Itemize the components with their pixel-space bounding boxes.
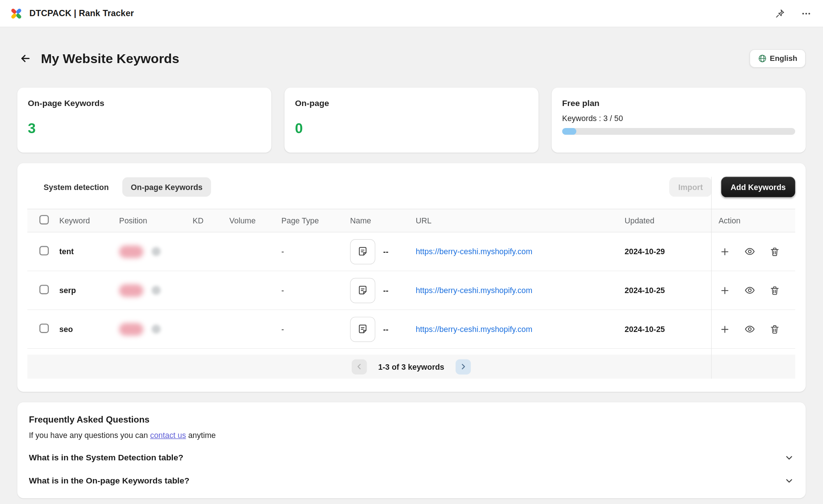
page-title: My Website Keywords [41,51,180,66]
view-icon[interactable] [743,245,757,258]
back-button[interactable] [17,50,33,66]
page-note-icon[interactable] [350,278,376,303]
language-button[interactable]: English [749,49,806,67]
table-row: tent - -- [27,232,795,271]
plan-title: Free plan [562,99,795,108]
position-cell [119,323,193,335]
delete-icon[interactable] [768,323,781,335]
stats-row: On-page Keywords 3 On-page 0 Free plan K… [17,88,806,153]
plan-usage-label: Keywords : 3 / 50 [562,114,795,123]
table-header-row: Keyword Position KD Volume Page Type Nam… [27,209,795,232]
position-trend-blurred [152,247,160,256]
keyword-url-link[interactable]: https://berry-ceshi.myshopify.com [416,325,532,333]
faq-question-label: What is in the System Detection table? [29,453,184,463]
app-title: DTCPACK | Rank Tracker [29,8,134,18]
table-toolbar: System detection On-page Keywords Import… [17,163,806,209]
pin-icon[interactable] [773,6,787,21]
col-page-type: Page Type [281,216,350,225]
faq-subtitle-prefix: If you have any questions you can [29,431,150,439]
add-icon[interactable] [718,284,731,296]
app-logo-icon [10,7,23,20]
prev-page-button[interactable] [351,359,366,374]
page-note-icon[interactable] [350,317,376,342]
select-all-checkbox[interactable] [39,215,49,224]
page-header: My Website Keywords English [17,46,806,70]
position-badge-blurred [119,323,144,335]
name-value: -- [383,247,388,256]
keywords-table: Keyword Position KD Volume Page Type Nam… [27,209,795,349]
page-type-cell: - [281,286,350,295]
chevron-down-icon [784,476,794,486]
fixed-column-divider [711,177,711,379]
faq-subtitle-suffix: anytime [186,431,216,439]
faq-subtitle: If you have any questions you can contac… [29,431,794,439]
table-row: serp - -- [27,271,795,310]
col-keyword: Keyword [59,216,119,225]
view-icon[interactable] [743,284,757,297]
updated-cell: 2024-10-29 [625,247,711,256]
faq-question-system-detection[interactable]: What is in the System Detection table? [29,453,794,463]
faq-panel: Frequently Asked Questions If you have a… [17,402,806,498]
position-trend-blurred [152,286,160,295]
col-url: URL [416,216,624,225]
page-content: My Website Keywords English On-page Keyw… [0,46,823,498]
col-name: Name [350,216,416,225]
add-icon[interactable] [718,245,731,258]
stat-label: On-page [295,99,528,108]
col-volume: Volume [229,216,282,225]
add-keywords-button[interactable]: Add Keywords [721,177,795,197]
app-viewport: DTCPACK | Rank Tracker My [0,0,823,504]
updated-cell: 2024-10-25 [625,325,711,333]
topbar: DTCPACK | Rank Tracker [0,0,823,27]
name-value: -- [383,325,388,333]
language-label: English [770,54,797,62]
keyword-url-link[interactable]: https://berry-ceshi.myshopify.com [416,247,532,256]
position-trend-blurred [152,325,160,333]
stat-card-onpage-keywords: On-page Keywords 3 [17,88,271,153]
table-tabs: System detection On-page Keywords [35,177,211,197]
page-type-cell: - [281,325,350,333]
position-badge-blurred [119,245,144,258]
chevron-down-icon [784,453,794,463]
action-cell [711,245,795,258]
more-options-icon[interactable] [799,6,813,21]
pagination-label: 1-3 of 3 keywords [378,362,444,371]
row-checkbox[interactable] [39,246,49,256]
plan-progress-fill [562,128,576,135]
page-note-icon[interactable] [350,239,376,264]
faq-title: Frequently Asked Questions [29,415,794,426]
faq-question-onpage-keywords[interactable]: What is in the On-page Keywords table? [29,476,794,486]
stat-label: On-page Keywords [28,99,261,108]
page-type-cell: - [281,247,350,256]
contact-us-link[interactable]: contact us [150,431,186,439]
stat-value: 0 [295,121,528,137]
add-icon[interactable] [718,323,731,335]
name-cell: -- [350,239,416,264]
plan-progress-bar [562,128,795,135]
url-cell: https://berry-ceshi.myshopify.com [416,286,624,295]
name-cell: -- [350,317,416,342]
updated-cell: 2024-10-25 [625,286,711,295]
row-checkbox[interactable] [39,285,49,294]
tab-system-detection[interactable]: System detection [35,177,117,197]
keyword-url-link[interactable]: https://berry-ceshi.myshopify.com [416,286,532,295]
faq-question-label: What is in the On-page Keywords table? [29,476,189,486]
next-page-button[interactable] [456,359,471,374]
import-button[interactable]: Import [670,177,712,197]
stat-card-onpage: On-page 0 [284,88,539,153]
keyword-cell: serp [59,286,119,295]
delete-icon[interactable] [768,245,781,258]
url-cell: https://berry-ceshi.myshopify.com [416,247,624,256]
col-position: Position [119,216,193,225]
toolbar-actions: Import Add Keywords [670,177,795,197]
delete-icon[interactable] [768,284,781,296]
name-cell: -- [350,278,416,303]
position-badge-blurred [119,284,144,296]
keywords-panel: System detection On-page Keywords Import… [17,163,806,392]
view-icon[interactable] [743,322,757,336]
row-checkbox[interactable] [39,324,49,333]
url-cell: https://berry-ceshi.myshopify.com [416,325,624,333]
table-row: seo - -- [27,310,795,349]
tab-onpage-keywords[interactable]: On-page Keywords [122,177,211,197]
plan-card: Free plan Keywords : 3 / 50 [552,88,806,153]
